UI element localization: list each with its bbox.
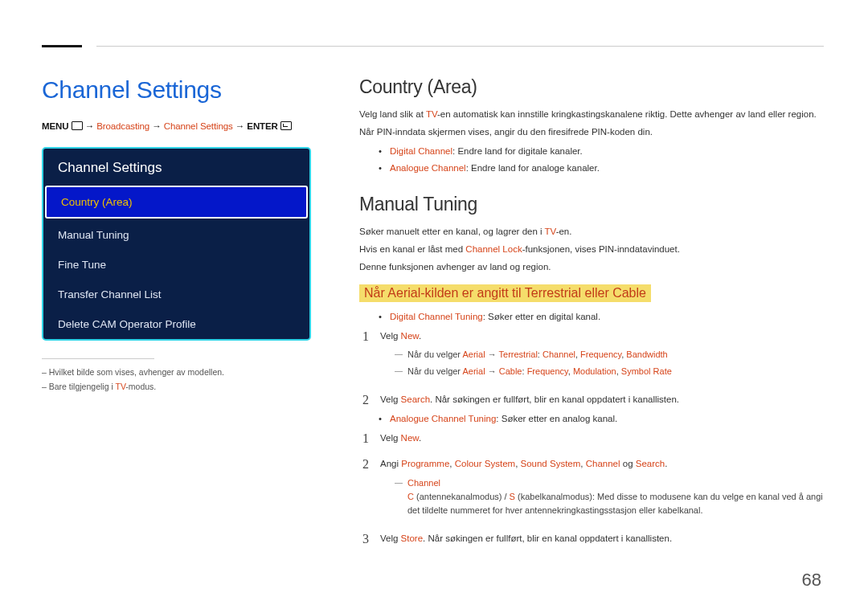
step-d1-num: 1: [362, 329, 380, 382]
page-content: Channel Settings MENU → Broadcasting → C…: [42, 76, 824, 551]
menu-panel-title: Channel Settings: [43, 149, 309, 184]
menu-item-delete-cam[interactable]: Delete CAM Operator Profile: [43, 309, 309, 339]
menu-icon: [72, 121, 83, 130]
left-column: Channel Settings MENU → Broadcasting → C…: [42, 76, 311, 551]
step-a1-text: Velg New.: [380, 431, 824, 446]
digital-steps: 1 Velg New. Når du velger Aerial → Terre…: [362, 329, 824, 408]
bullet-analogue-tuning: Analogue Channel Tuning: Søker etter en …: [379, 412, 824, 427]
step-a2-dashes: Channel C (antennekanalmodus) / S (kabel…: [395, 476, 824, 517]
path-enter-label: ENTER: [247, 121, 277, 131]
header-rule-long: [96, 46, 824, 47]
arrow-2: →: [152, 121, 164, 131]
dash-terrestrial: Når du velger Aerial → Terrestrial: Chan…: [395, 348, 824, 362]
dash-cable: Når du velger Aerial → Cable: Frequency,…: [395, 365, 824, 378]
path-channel-settings: Channel Settings: [164, 121, 233, 131]
country-bullets: Digital Channel: Endre land for digitale…: [379, 145, 824, 177]
step-a3-text: Velg Store. Når søkingen er fullført, bl…: [380, 532, 824, 546]
menu-item-manual-tuning[interactable]: Manual Tuning: [43, 220, 309, 250]
menu-item-transfer-channel-list[interactable]: Transfer Channel List: [43, 280, 309, 309]
arrow-1: →: [85, 121, 97, 131]
sub-bullet-2-wrap: Analogue Channel Tuning: Søker etter en …: [379, 412, 824, 427]
bullet-digital-channel: Digital Channel: Endre land for digitale…: [379, 145, 824, 159]
menu-panel: Channel Settings Country (Area) Manual T…: [42, 147, 311, 341]
step-d1-dashes: Når du velger Aerial → Terrestrial: Chan…: [395, 348, 824, 378]
heading-manual-tuning: Manual Tuning: [359, 194, 824, 215]
page-number: 68: [802, 570, 821, 591]
analogue-steps: 1 Velg New. 2 Angi Programme, Colour Sys…: [362, 431, 824, 546]
step-a2-num: 2: [362, 457, 380, 521]
menu-path: MENU → Broadcasting → Channel Settings →…: [42, 121, 311, 131]
header-rule-short: [42, 45, 82, 47]
step-a3-num: 3: [362, 532, 380, 546]
manual-para-2: Hvis en kanal er låst med Channel Lock-f…: [359, 243, 824, 257]
menu-item-country-area[interactable]: Country (Area): [45, 186, 308, 219]
enter-icon: [280, 121, 292, 130]
bullet-analogue-channel: Analogue Channel: Endre land for analoge…: [379, 161, 824, 176]
notes-separator: [42, 358, 154, 359]
heading-country-area: Country (Area): [359, 76, 824, 98]
step-d2-text: Velg Search. Når søkingen er fullført, b…: [380, 393, 824, 407]
dash-channel: Channel C (antennekanalmodus) / S (kabel…: [395, 476, 824, 517]
arrow-3: →: [235, 121, 248, 131]
path-broadcasting: Broadcasting: [96, 121, 149, 131]
manual-para-3: Denne funksjonen avhenger av land og reg…: [359, 260, 824, 275]
subheading-aerial: Når Aerial-kilden er angitt til Terrestr…: [359, 284, 651, 302]
sub-bullet-1-wrap: Digital Channel Tuning: Søker etter en d…: [379, 310, 824, 325]
manual-para-1: Søker manuelt etter en kanal, og lagrer …: [359, 225, 824, 239]
step-d1-text: Velg New. Når du velger Aerial → Terrest…: [380, 329, 824, 382]
step-a1-num: 1: [362, 431, 380, 446]
note-line-2: – Bare tilgjengelig i TV-modus.: [42, 382, 311, 391]
note-line-1: – Hvilket bilde som vises, avhenger av m…: [42, 367, 311, 377]
country-para-1: Velg land slik at TV-en automatisk kan i…: [359, 108, 824, 122]
step-a2-text: Angi Programme, Colour System, Sound Sys…: [380, 457, 824, 521]
menu-item-fine-tune[interactable]: Fine Tune: [43, 250, 309, 280]
page-title: Channel Settings: [42, 76, 311, 104]
path-menu-label: MENU: [42, 121, 68, 131]
country-para-2: Når PIN-inndata skjermen vises, angir du…: [359, 125, 824, 140]
step-d2-num: 2: [362, 393, 380, 407]
bullet-digital-tuning: Digital Channel Tuning: Søker etter en d…: [379, 310, 824, 325]
right-column: Country (Area) Velg land slik at TV-en a…: [359, 76, 824, 551]
